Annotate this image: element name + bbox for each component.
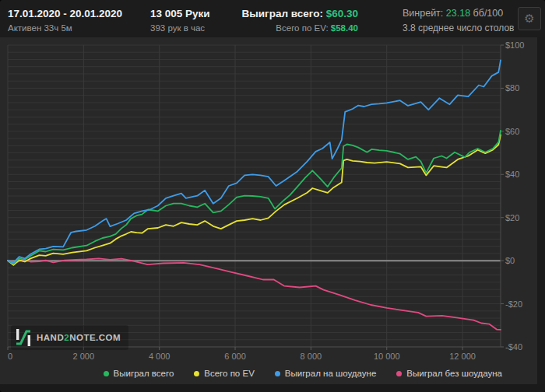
hands-total: 13 005 Руки <box>150 6 236 22</box>
winrate: Винрейт: 23.18 бб/100 <box>403 6 512 21</box>
won-total-value: $60.30 <box>326 8 358 19</box>
y-tick-label: $0 <box>505 256 515 265</box>
ev-total-value: $58.40 <box>331 23 358 33</box>
active-time: Активен 33ч 5м <box>8 22 150 35</box>
series-line <box>8 258 501 329</box>
y-tick-label: $100 <box>505 40 524 50</box>
y-tick-label: -$20 <box>505 299 522 309</box>
legend-dot-icon <box>104 371 109 376</box>
stats-header: 17.01.2020 - 20.01.2020 Активен 33ч 5м 1… <box>0 0 545 37</box>
hand2note-logo-icon <box>16 328 31 347</box>
x-tick-label: 6 000 <box>224 352 246 361</box>
x-tick-label: 10 000 <box>374 352 400 361</box>
legend-dot-icon <box>275 371 280 376</box>
footer-strip <box>0 384 545 392</box>
y-tick-label: -$40 <box>505 342 522 352</box>
legend-item[interactable]: Всего по EV <box>194 369 255 378</box>
hands-per-hour: 393 рук в час <box>150 22 236 35</box>
y-tick-label: $60 <box>505 127 519 136</box>
y-tick-label: $40 <box>505 170 519 179</box>
ev-total: Всего по EV: $58.40 <box>236 22 358 35</box>
hand2note-report-window: 17.01.2020 - 20.01.2020 Активен 33ч 5м 1… <box>0 0 545 392</box>
legend-label: Всего по EV <box>204 369 255 378</box>
winrate-value: 23.18 <box>446 8 470 19</box>
legend-dot-icon <box>194 371 199 376</box>
legend-item[interactable]: Выиграл на шоудауне <box>275 369 377 378</box>
legend-dot-icon <box>396 371 402 376</box>
settings-button[interactable]: ⚙ <box>518 7 541 30</box>
series-line <box>8 131 501 264</box>
legend-item[interactable]: Выиграл всего <box>104 369 174 378</box>
date-range: 17.01.2020 - 20.01.2020 <box>8 6 150 22</box>
hand2note-logo-text: HAND2NOTE.COM <box>37 333 121 342</box>
avg-tables: 3.8 среднее число столов <box>403 21 512 35</box>
x-tick-label: 0 <box>8 352 12 361</box>
legend-label: Выиграл без шоудауна <box>406 369 502 378</box>
gear-icon: ⚙ <box>524 12 534 25</box>
legend-label: Выиграл на шоудауне <box>285 369 377 378</box>
x-tick-label: 12 000 <box>449 352 476 361</box>
x-tick-label: 4 000 <box>149 352 171 361</box>
x-tick-label: 8 000 <box>301 352 322 361</box>
legend-item[interactable]: Выиграл без шоудауна <box>396 369 502 378</box>
y-tick-label: $20 <box>505 213 519 222</box>
right-margin-strip <box>537 0 545 392</box>
chart-legend: Выиграл всегоВсего по EVВыиграл на шоуда… <box>0 369 502 378</box>
y-tick-label: $80 <box>505 83 519 93</box>
won-total: Выиграл всего: $60.30 <box>236 6 358 22</box>
series-line <box>8 60 501 263</box>
hand2note-logo: HAND2NOTE.COM <box>11 325 128 350</box>
legend-label: Выиграл всего <box>114 369 174 378</box>
x-tick-label: 2 000 <box>73 352 95 361</box>
series-line <box>8 135 501 264</box>
